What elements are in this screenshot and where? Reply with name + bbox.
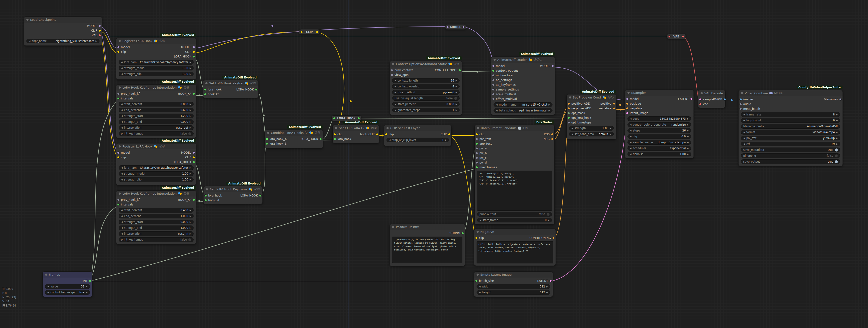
input-port-images[interactable]: images [740,98,754,101]
widget-decrement-icon[interactable]: ◀ [479,219,481,221]
widget-decrement-icon[interactable]: ◀ [496,109,498,112]
input-port-pw_c[interactable]: pw_c [476,156,487,160]
widget-start_percent[interactable]: ◀start_percent0.400▶ [119,208,194,212]
widget-interpolation[interactable]: ◀interpolationease_out▶ [119,125,194,130]
output-port-dot[interactable] [99,25,101,27]
widget-model_name[interactable]: ◀model_namemm_sd_v15_v2.ckpt▶ [494,102,553,107]
output-port-dot[interactable] [193,51,195,53]
reroute-input-dot[interactable] [446,26,449,28]
reroute-output-dot[interactable] [682,35,684,38]
output-port-dot[interactable] [552,237,555,239]
widget-increment-icon[interactable]: ▶ [546,291,548,294]
widget-strength_end[interactable]: ◀strength_end1.000▶ [119,226,194,230]
output-port-LATENT[interactable]: LATENT [678,97,692,101]
output-port-POS[interactable]: POS [544,133,553,136]
input-port-lora_hook[interactable]: lora_hook [205,194,222,197]
output-port-STRING[interactable]: STRING [450,232,464,235]
widget-increment-icon[interactable]: ▶ [190,121,191,123]
widget-decrement-icon[interactable]: ◀ [121,172,123,175]
input-port-dot[interactable] [476,152,478,154]
reroute-CLIP[interactable]: CLIP [299,29,320,35]
widget-strength[interactable]: ◀strength1.00▶ [569,126,614,131]
node-header[interactable]: KSampler [625,90,693,96]
output-port-MODEL[interactable]: MODEL [540,64,554,68]
widget-fuse_method[interactable]: ◀fuse_methodpyramid▶ [392,90,460,95]
node-header[interactable]: AnimateDiff LoaderⒶⒹ① [491,57,555,63]
widget-context_length[interactable]: ◀context_length16▶ [392,78,460,83]
input-port-dot[interactable] [475,237,477,239]
toggle-circle-icon[interactable] [835,160,838,163]
input-port-dot[interactable] [567,102,570,105]
widget-decrement-icon[interactable]: ◀ [630,124,631,126]
widget-increment-icon[interactable]: ▶ [687,147,689,150]
widget-increment-icon[interactable]: ▶ [687,153,689,155]
input-port-dot[interactable] [567,121,570,124]
input-port-prev_hook_kf[interactable]: prev_hook_kf [117,92,140,95]
input-port-dot[interactable] [567,107,570,109]
widget-decrement-icon[interactable]: ◀ [479,285,480,288]
reroute-LORA_HOOK[interactable]: LORA_HOOK [332,116,361,121]
collapse-toggle-icon[interactable] [119,87,121,89]
input-port-dot[interactable] [476,147,478,150]
reroute-input-dot[interactable] [668,35,671,38]
output-port-LORA_HOOK[interactable]: LORA_HOOK [301,137,322,141]
node-header[interactable]: LoRA Hook Keyframes InterpolationⒶⒹ [116,191,196,197]
input-port-negative_ADD[interactable]: negative_ADD [567,107,591,110]
output-port-Filenames[interactable]: Filenames [824,98,842,101]
widget-pix_fmt[interactable]: ◀pix_fmtyuv420p▶ [741,136,840,140]
output-port-dot[interactable] [99,29,101,32]
widget-increment-icon[interactable]: ▶ [190,103,191,105]
output-port-dot[interactable] [193,199,195,201]
widget-increment-icon[interactable]: ▶ [610,127,612,129]
widget-increment-icon[interactable]: ▶ [687,129,689,132]
input-port-sample_settings[interactable]: sample_settings [492,88,519,91]
widget-decrement-icon[interactable]: ◀ [389,139,391,141]
widget-scheduler[interactable]: ◀schedulerexponential▶ [627,146,691,151]
output-port-dot[interactable] [462,232,464,234]
node-video-combine[interactable]: ComfyUI-VideoHelperSuiteVideo CombineⓋⒽⓈ… [738,90,843,166]
node-ksampler[interactable]: KSamplermodelLATENTpositivenegativelaten… [625,90,694,159]
collapse-toggle-icon[interactable] [119,145,121,147]
widget-increment-icon[interactable]: ▶ [190,209,191,211]
reroute-input-dot[interactable] [301,31,303,33]
input-port-dot[interactable] [740,98,742,101]
wire-junction[interactable] [198,200,200,202]
widget-set_cond_area[interactable]: ◀set_cond_areadefault▶ [569,132,614,136]
widget-decrement-icon[interactable]: ◀ [630,141,631,143]
node-set-props-on-conds[interactable]: AnimateDiff EvolvedSet Props on CondsⒶⒹp… [566,94,616,139]
collapse-toggle-icon[interactable] [119,40,121,42]
widget-increment-icon[interactable]: ▶ [95,40,97,42]
input-port-model[interactable]: model [626,97,639,101]
input-port-dot[interactable] [699,98,702,101]
output-port-dot[interactable] [193,156,195,159]
input-port-dot[interactable] [567,117,570,119]
widget-end_percent[interactable]: ◀end_percent1.000▶ [119,214,194,219]
node-header[interactable]: Set Props on CondsⒶⒹ [567,95,616,100]
widget-use_on_equal_length[interactable]: use_on_equal_lengthfalse [392,96,460,101]
output-port-dot[interactable] [255,88,257,91]
widget-increment-icon[interactable]: ▶ [456,103,457,105]
input-port-dot[interactable] [476,142,478,145]
widget-decrement-icon[interactable]: ◀ [121,61,123,63]
output-port-dot[interactable] [550,280,552,282]
widget-increment-icon[interactable]: ▶ [190,178,191,181]
output-port-LORA_HOOK[interactable]: LORA_HOOK [174,161,195,164]
collapse-toggle-icon[interactable] [392,63,394,65]
widget-decrement-icon[interactable]: ◀ [121,233,123,235]
input-port-intervals[interactable]: intervals [117,97,133,100]
output-port-dot[interactable] [99,34,101,36]
output-port-LORA_HOOK[interactable]: LORA_HOOK [240,194,261,197]
widget-increment-icon[interactable]: ▶ [687,118,689,120]
widget-increment-icon[interactable]: ▶ [687,124,689,126]
node-set-lora-hook-keyframes-1[interactable]: AnimateDiff EvolvedSet LoRA Hook Keyfram… [203,80,259,98]
input-port-dot[interactable] [204,88,206,91]
widget-decrement-icon[interactable]: ◀ [395,109,396,111]
input-port-positive_ADD[interactable]: positive_ADD [567,102,590,105]
output-port-HOOK_KF[interactable]: HOOK_KF [178,198,195,201]
wire-junction[interactable] [350,100,352,102]
input-port-latent_image[interactable]: latent_image [626,111,648,115]
wire-junction[interactable] [476,71,478,73]
widget-strength_start[interactable]: ◀strength_start1.200▶ [119,113,194,118]
node-header[interactable]: Load Checkpoint [24,17,102,23]
input-port-dot[interactable] [391,74,393,76]
